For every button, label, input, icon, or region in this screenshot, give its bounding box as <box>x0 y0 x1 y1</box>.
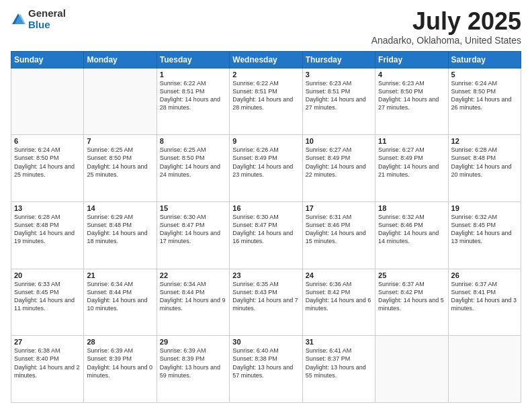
table-row: 24Sunrise: 6:36 AM Sunset: 8:42 PM Dayli… <box>302 269 375 336</box>
header-tuesday: Tuesday <box>157 51 229 68</box>
day-info: Sunrise: 6:26 AM Sunset: 8:49 PM Dayligh… <box>232 146 299 179</box>
day-number: 30 <box>232 338 299 346</box>
table-row: 21Sunrise: 6:34 AM Sunset: 8:44 PM Dayli… <box>84 269 157 336</box>
day-info: Sunrise: 6:32 AM Sunset: 8:45 PM Dayligh… <box>451 213 518 246</box>
day-info: Sunrise: 6:40 AM Sunset: 8:38 PM Dayligh… <box>232 347 299 379</box>
table-row: 15Sunrise: 6:30 AM Sunset: 8:47 PM Dayli… <box>157 201 229 269</box>
table-row: 16Sunrise: 6:30 AM Sunset: 8:47 PM Dayli… <box>230 201 302 269</box>
day-info: Sunrise: 6:38 AM Sunset: 8:40 PM Dayligh… <box>14 347 81 379</box>
day-info: Sunrise: 6:32 AM Sunset: 8:46 PM Dayligh… <box>378 213 445 246</box>
table-row: 20Sunrise: 6:33 AM Sunset: 8:45 PM Dayli… <box>11 269 84 336</box>
day-info: Sunrise: 6:23 AM Sunset: 8:51 PM Dayligh… <box>306 79 372 112</box>
day-info: Sunrise: 6:39 AM Sunset: 8:39 PM Dayligh… <box>87 347 153 379</box>
day-number: 4 <box>378 71 445 79</box>
day-info: Sunrise: 6:25 AM Sunset: 8:50 PM Dayligh… <box>87 146 153 179</box>
table-row: 3Sunrise: 6:23 AM Sunset: 8:51 PM Daylig… <box>302 68 375 135</box>
logo-blue: Blue <box>28 19 66 31</box>
day-info: Sunrise: 6:31 AM Sunset: 8:46 PM Dayligh… <box>306 213 372 246</box>
table-row <box>84 68 157 135</box>
day-info: Sunrise: 6:27 AM Sunset: 8:49 PM Dayligh… <box>306 146 372 179</box>
table-row: 7Sunrise: 6:25 AM Sunset: 8:50 PM Daylig… <box>84 135 157 202</box>
day-number: 19 <box>451 204 518 212</box>
table-row: 5Sunrise: 6:24 AM Sunset: 8:50 PM Daylig… <box>448 68 521 135</box>
day-number: 1 <box>160 71 226 79</box>
header-sunday: Sunday <box>11 51 84 68</box>
day-number: 24 <box>306 271 372 279</box>
day-number: 12 <box>451 137 518 145</box>
day-info: Sunrise: 6:34 AM Sunset: 8:44 PM Dayligh… <box>160 280 226 313</box>
day-info: Sunrise: 6:36 AM Sunset: 8:42 PM Dayligh… <box>306 280 372 313</box>
day-info: Sunrise: 6:41 AM Sunset: 8:37 PM Dayligh… <box>306 347 372 379</box>
day-number: 20 <box>14 271 81 279</box>
table-row: 27Sunrise: 6:38 AM Sunset: 8:40 PM Dayli… <box>11 336 84 403</box>
table-row: 23Sunrise: 6:35 AM Sunset: 8:43 PM Dayli… <box>230 269 302 336</box>
day-info: Sunrise: 6:30 AM Sunset: 8:47 PM Dayligh… <box>232 213 299 246</box>
header: General Blue July 2025 Anadarko, Oklahom… <box>11 8 521 46</box>
day-number: 29 <box>160 338 226 346</box>
day-info: Sunrise: 6:27 AM Sunset: 8:49 PM Dayligh… <box>378 146 445 179</box>
day-info: Sunrise: 6:28 AM Sunset: 8:48 PM Dayligh… <box>451 146 518 179</box>
day-number: 8 <box>160 137 226 145</box>
table-row: 31Sunrise: 6:41 AM Sunset: 8:37 PM Dayli… <box>302 336 375 403</box>
day-info: Sunrise: 6:22 AM Sunset: 8:51 PM Dayligh… <box>232 79 299 112</box>
day-info: Sunrise: 6:25 AM Sunset: 8:50 PM Dayligh… <box>160 146 226 179</box>
table-row: 4Sunrise: 6:23 AM Sunset: 8:50 PM Daylig… <box>375 68 448 135</box>
calendar-week-4: 20Sunrise: 6:33 AM Sunset: 8:45 PM Dayli… <box>11 269 521 336</box>
day-number: 7 <box>87 137 153 145</box>
table-row <box>375 336 448 403</box>
day-number: 31 <box>306 338 372 346</box>
table-row: 2Sunrise: 6:22 AM Sunset: 8:51 PM Daylig… <box>230 68 302 135</box>
table-row: 10Sunrise: 6:27 AM Sunset: 8:49 PM Dayli… <box>302 135 375 202</box>
calendar-week-2: 6Sunrise: 6:24 AM Sunset: 8:50 PM Daylig… <box>11 135 521 202</box>
table-row: 22Sunrise: 6:34 AM Sunset: 8:44 PM Dayli… <box>157 269 229 336</box>
day-info: Sunrise: 6:29 AM Sunset: 8:48 PM Dayligh… <box>87 213 153 246</box>
day-number: 28 <box>87 338 153 346</box>
table-row: 17Sunrise: 6:31 AM Sunset: 8:46 PM Dayli… <box>302 201 375 269</box>
logo-general: General <box>28 8 66 19</box>
header-saturday: Saturday <box>448 51 521 68</box>
calendar-header-row: Sunday Monday Tuesday Wednesday Thursday… <box>11 51 521 68</box>
day-number: 2 <box>232 71 299 79</box>
day-number: 11 <box>378 137 445 145</box>
page: General Blue July 2025 Anadarko, Oklahom… <box>0 0 532 411</box>
logo-icon <box>11 12 26 27</box>
day-info: Sunrise: 6:28 AM Sunset: 8:48 PM Dayligh… <box>14 213 81 246</box>
logo-text: General Blue <box>28 8 66 30</box>
title-block: July 2025 Anadarko, Oklahoma, United Sta… <box>371 8 521 46</box>
day-number: 27 <box>14 338 81 346</box>
table-row: 11Sunrise: 6:27 AM Sunset: 8:49 PM Dayli… <box>375 135 448 202</box>
day-info: Sunrise: 6:35 AM Sunset: 8:43 PM Dayligh… <box>232 280 299 313</box>
table-row: 14Sunrise: 6:29 AM Sunset: 8:48 PM Dayli… <box>84 201 157 269</box>
day-info: Sunrise: 6:30 AM Sunset: 8:47 PM Dayligh… <box>160 213 226 246</box>
day-number: 18 <box>378 204 445 212</box>
table-row: 8Sunrise: 6:25 AM Sunset: 8:50 PM Daylig… <box>157 135 229 202</box>
day-info: Sunrise: 6:23 AM Sunset: 8:50 PM Dayligh… <box>378 79 445 112</box>
day-info: Sunrise: 6:22 AM Sunset: 8:51 PM Dayligh… <box>160 79 226 112</box>
main-title: July 2025 <box>371 8 521 35</box>
table-row: 1Sunrise: 6:22 AM Sunset: 8:51 PM Daylig… <box>157 68 229 135</box>
day-number: 14 <box>87 204 153 212</box>
day-info: Sunrise: 6:39 AM Sunset: 8:39 PM Dayligh… <box>160 347 226 379</box>
day-number: 9 <box>232 137 299 145</box>
calendar-table: Sunday Monday Tuesday Wednesday Thursday… <box>11 51 521 403</box>
table-row: 9Sunrise: 6:26 AM Sunset: 8:49 PM Daylig… <box>230 135 302 202</box>
day-info: Sunrise: 6:34 AM Sunset: 8:44 PM Dayligh… <box>87 280 153 313</box>
table-row: 26Sunrise: 6:37 AM Sunset: 8:41 PM Dayli… <box>448 269 521 336</box>
day-number: 21 <box>87 271 153 279</box>
table-row: 30Sunrise: 6:40 AM Sunset: 8:38 PM Dayli… <box>230 336 302 403</box>
table-row: 6Sunrise: 6:24 AM Sunset: 8:50 PM Daylig… <box>11 135 84 202</box>
day-info: Sunrise: 6:37 AM Sunset: 8:41 PM Dayligh… <box>451 280 518 313</box>
day-info: Sunrise: 6:24 AM Sunset: 8:50 PM Dayligh… <box>14 146 81 179</box>
day-number: 16 <box>232 204 299 212</box>
table-row: 18Sunrise: 6:32 AM Sunset: 8:46 PM Dayli… <box>375 201 448 269</box>
day-number: 26 <box>451 271 518 279</box>
day-number: 6 <box>14 137 81 145</box>
day-number: 23 <box>232 271 299 279</box>
day-number: 13 <box>14 204 81 212</box>
day-info: Sunrise: 6:24 AM Sunset: 8:50 PM Dayligh… <box>451 79 518 112</box>
calendar-week-3: 13Sunrise: 6:28 AM Sunset: 8:48 PM Dayli… <box>11 201 521 269</box>
table-row <box>448 336 521 403</box>
day-info: Sunrise: 6:33 AM Sunset: 8:45 PM Dayligh… <box>14 280 81 313</box>
table-row: 25Sunrise: 6:37 AM Sunset: 8:42 PM Dayli… <box>375 269 448 336</box>
table-row: 19Sunrise: 6:32 AM Sunset: 8:45 PM Dayli… <box>448 201 521 269</box>
